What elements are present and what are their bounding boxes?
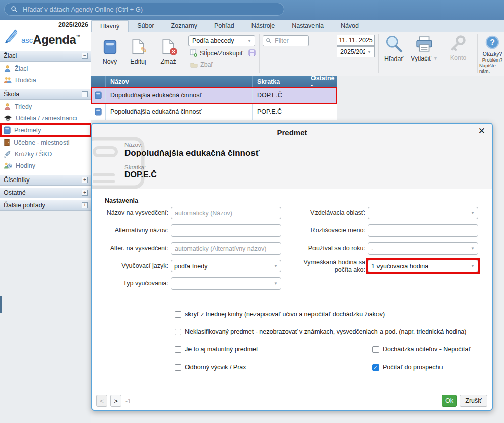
field-nazov-na-vysvedceni: Názov na vysvedčení: [105, 207, 281, 219]
sidebar-item-hodiny[interactable]: Hodiny [0, 160, 91, 171]
column-header-nazov[interactable]: Názov [106, 76, 253, 87]
help-button[interactable]: Otázky? Problém? Napíšte nám. [479, 35, 504, 74]
tab-subor[interactable]: Súbor [129, 20, 162, 32]
vzdelavacia-oblast-dropdown[interactable] [368, 207, 478, 219]
search-button-label: Hľadať [384, 55, 403, 63]
toolbar-separator [477, 34, 478, 73]
sidebar-item-ucitelia[interactable]: Učitelia / zamestnanci [0, 112, 91, 124]
checkbox-skryt-z-triednej-knihy[interactable]: skryť z triednej knihy (nezapisovať učiv… [175, 311, 385, 318]
column-header-ostatne[interactable]: Ostatné - [306, 76, 337, 87]
book-icon [95, 108, 102, 116]
checkbox-icon[interactable] [175, 329, 181, 335]
rozlisovacie-meno-input[interactable] [368, 224, 478, 237]
next-record-button[interactable]: > [110, 395, 121, 407]
rocket-icon [4, 150, 11, 158]
checkbox-maturitny-predmet[interactable]: Je to aj maturitný predmet [175, 346, 258, 353]
checkbox-neklasifikovany-predmet[interactable]: Neklasifikovaný predmet - nezobrazovať v… [175, 328, 466, 335]
search-icon [11, 6, 18, 13]
chevron-down-icon [471, 264, 475, 268]
column-header-skratka[interactable]: Skratka [253, 76, 306, 87]
nazov-value[interactable]: Dopoludňajšia edukačná činnosť [124, 148, 260, 158]
checkbox-icon[interactable] [372, 346, 379, 353]
global-search[interactable] [4, 3, 284, 16]
sidebar-item-label: Učebne - miestnosti [14, 139, 69, 146]
sidebar-section-ciselniky[interactable]: Číselníky + [0, 174, 91, 186]
sidebar-item-ziaci[interactable]: Žiaci [0, 63, 91, 74]
print-button[interactable]: Vytlačiť [408, 35, 441, 62]
sidebar-section-dalsie-pohlady[interactable]: Ďalšie pohľady + [0, 200, 91, 211]
checkbox-pocitat-do-prospechu[interactable]: ✓ Počítať do prospechu [372, 364, 443, 371]
expand-icon[interactable]: + [82, 190, 88, 196]
edit-button[interactable]: ✎ Edituj [124, 35, 152, 73]
sidebar-section-skola[interactable]: Škola − [0, 89, 91, 100]
tab-nastroje[interactable]: Nástroje [243, 20, 284, 32]
account-button-label: Konto [450, 54, 467, 62]
checkbox-checked-icon[interactable]: ✓ [372, 364, 379, 371]
vyucovaci-jazyk-dropdown[interactable]: podľa triedy [171, 260, 281, 272]
book-icon [95, 91, 102, 99]
sidebar-item-ucebne[interactable]: Učebne - miestnosti [0, 137, 91, 148]
nazov-na-vysvedceni-input[interactable] [171, 207, 281, 219]
account-button[interactable]: Konto [444, 35, 472, 62]
close-icon[interactable]: ✕ [478, 127, 485, 135]
pouzival-sa-do-roku-dropdown[interactable]: - [368, 242, 478, 255]
school-year-dropdown[interactable]: 2025/2026 [337, 46, 375, 57]
field-vymeskana-hodina: Vymeškaná hodina sa počíta ako: 1 vyučov… [297, 260, 478, 272]
table-row[interactable]: Dopoludňajšia edukačná činnosť DOP.E.Č [91, 87, 337, 104]
tab-hlavny[interactable]: Hlavný [91, 20, 129, 32]
skratka-label: Skratka: [124, 164, 146, 170]
global-search-input[interactable] [22, 5, 279, 14]
sort-dropdown[interactable]: Podľa abecedy [188, 35, 255, 46]
cancel-button[interactable]: Zrušiť [460, 395, 487, 407]
typ-vyucovania-dropdown[interactable] [171, 277, 281, 290]
skratka-value[interactable]: DOP.E.Č [124, 170, 157, 179]
sidebar-item-label: Triedy [15, 103, 32, 110]
icon-column-header[interactable] [91, 76, 106, 87]
predmet-dialog: Predmet ✕ Názov: Dopoludňajšia edukačná … [91, 123, 493, 411]
prev-record-button[interactable]: < [96, 395, 107, 407]
expand-icon[interactable]: + [82, 177, 88, 183]
checkbox-odborny-vycvik[interactable]: Odborný výcvik / Prax [175, 364, 246, 371]
checkbox-icon[interactable] [175, 364, 181, 371]
alternativny-nazov-input[interactable] [171, 224, 281, 237]
delete-button[interactable]: Zmaž [155, 35, 182, 73]
collapsed-panel-handle[interactable] [0, 296, 2, 313]
checkbox-dochadzka-ucitelov[interactable]: Dochádzka učiteľov - Nepočítať [372, 346, 471, 353]
toolbar-separator [185, 34, 185, 73]
tab-nastavenia[interactable]: Nastavenia [283, 20, 332, 32]
sidebar-item-predmety[interactable]: Predmety [0, 124, 91, 136]
checkbox-icon[interactable] [175, 311, 181, 318]
search-button[interactable]: Hľadať [380, 35, 408, 63]
collapse-icon[interactable]: − [82, 53, 88, 59]
current-date-box[interactable]: 11. 11. 2025 [337, 35, 375, 46]
sidebar-item-rodicia[interactable]: Rodičia [0, 74, 91, 86]
filter-input[interactable] [274, 37, 306, 45]
columns-group-button[interactable]: Stĺpce/Zoskupiť [190, 49, 243, 57]
sidebar-section-ostatne[interactable]: Ostatné + [0, 187, 91, 198]
filter-box[interactable] [263, 35, 309, 46]
tab-navod[interactable]: Návod [332, 20, 367, 32]
book-icon [4, 126, 11, 134]
sidebar-item-kruzky[interactable]: Krúžky / ŠKD [0, 148, 91, 160]
ok-button[interactable]: Ok [442, 395, 457, 407]
save-layout-button[interactable] [248, 49, 256, 58]
collapse-rows-button[interactable]: Zbaľ [190, 61, 213, 68]
field-label: Vzdelávacia oblasť: [297, 209, 365, 216]
logo-tm: ™ [76, 34, 80, 39]
new-button[interactable]: Nový [96, 35, 123, 73]
collapse-icon[interactable]: − [82, 91, 88, 97]
toolbar-separator [440, 34, 440, 73]
delete-button-label: Zmaž [160, 58, 176, 65]
vymeskana-hodina-dropdown[interactable]: 1 vyučovacia hodina [368, 260, 478, 272]
sidebar: 2025/2026 ascAgenda™ Žiaci − Žiaci Rodič… [0, 20, 91, 423]
table-row[interactable]: Popoludňajšia edukačná činnosť POP.E.Č [91, 104, 337, 120]
expand-icon[interactable]: + [82, 202, 88, 208]
sidebar-item-triedy[interactable]: Triedy [0, 101, 91, 112]
tab-zoznamy[interactable]: Zoznamy [163, 20, 206, 32]
print-dropdown-icon[interactable] [433, 56, 438, 61]
checkbox-icon[interactable] [175, 346, 181, 353]
tab-pohlad[interactable]: Pohľad [206, 20, 243, 32]
alter-na-vysvedceni-input[interactable] [171, 242, 281, 255]
sidebar-section-ziaci[interactable]: Žiaci − [0, 50, 91, 62]
pen-logo-icon [3, 28, 20, 45]
